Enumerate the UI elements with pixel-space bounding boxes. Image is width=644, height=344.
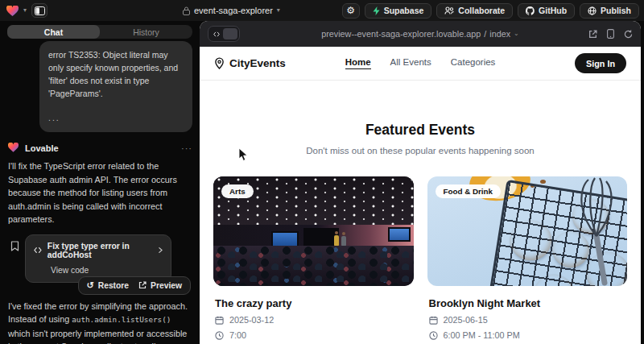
user-message-ellipsis: ...	[48, 111, 184, 124]
user-message-bubble: error TS2353: Object literal may only sp…	[39, 41, 192, 132]
toggle-knob	[223, 28, 237, 39]
event-image-cookies: Food & Drink	[427, 176, 628, 286]
collaborate-label: Collaborate	[458, 6, 505, 15]
restore-label: Restore	[98, 281, 129, 290]
nav-home[interactable]: Home	[345, 57, 371, 69]
event-time: 6:00 PM - 11:00 PM	[444, 330, 520, 340]
supabase-label: Supabase	[384, 6, 424, 15]
event-image-conference: Arts	[213, 176, 414, 286]
user-message-text: error TS2353: Object literal may only sp…	[48, 48, 184, 100]
code-icon	[210, 31, 220, 38]
supabase-bolt-icon	[373, 6, 380, 15]
event-date: 2025-06-15	[444, 315, 488, 325]
external-link-icon	[588, 30, 597, 39]
refresh-icon	[624, 30, 633, 39]
supabase-button[interactable]: Supabase	[365, 3, 432, 19]
preview-label: Preview	[151, 281, 182, 290]
assistant-header: Lovable ···	[8, 143, 192, 153]
lovable-avatar-icon	[8, 143, 20, 153]
code-icon	[34, 247, 42, 254]
assistant-intro-text: I'll fix the TypeScript error related to…	[8, 160, 192, 226]
event-title: The crazy party	[215, 297, 412, 309]
code-fix-row: Fix type type error in addCoHost View co…	[10, 234, 192, 283]
panel-left-icon	[35, 6, 45, 15]
open-preview-icon	[138, 281, 147, 289]
calendar-icon	[429, 316, 438, 325]
preview-button[interactable]: Preview	[138, 281, 182, 290]
publish-button[interactable]: Publish	[580, 3, 639, 19]
tab-chat[interactable]: Chat	[7, 25, 100, 39]
site-header: CityEvents Home All Events Categories Si…	[200, 47, 641, 81]
category-badge: Arts	[221, 184, 254, 198]
scene-cookie	[506, 218, 554, 264]
globe-icon	[588, 6, 597, 15]
site-brand[interactable]: CityEvents	[214, 57, 286, 69]
preview-url-bar: preview--event-saga-explorer.lovable.app…	[200, 21, 641, 47]
tab-history[interactable]: History	[100, 25, 192, 39]
clock-icon	[215, 331, 224, 340]
code-view-toggle[interactable]	[208, 26, 240, 42]
github-label: GitHub	[539, 6, 567, 15]
url-chevron-icon: ⌄	[514, 31, 519, 37]
event-time-row: 7:00	[215, 330, 412, 340]
collaborate-button[interactable]: Collaborate	[436, 3, 513, 19]
preview-panel: preview--event-saga-explorer.lovable.app…	[200, 21, 641, 344]
smartphone-icon	[607, 29, 614, 39]
open-in-new-tab-button[interactable]	[588, 30, 597, 39]
map-pin-icon	[214, 57, 225, 69]
category-badge: Food & Drink	[436, 184, 502, 198]
event-card-crazy-party[interactable]: Arts The crazy party 2025-03-12	[213, 176, 414, 344]
preview-url-separator: /	[484, 29, 486, 39]
github-button[interactable]: GitHub	[518, 3, 575, 19]
message-actions: ↺ Restore Preview	[78, 276, 192, 295]
bookmark-icon[interactable]	[10, 241, 19, 251]
view-code-link[interactable]: View code	[51, 266, 163, 275]
scene-crumb	[540, 180, 546, 184]
lovable-logo-icon[interactable]	[6, 6, 19, 16]
clock-icon	[429, 331, 438, 340]
gear-icon: ⚙	[346, 5, 355, 16]
restore-icon: ↺	[87, 280, 94, 291]
nav-categories[interactable]: Categories	[451, 57, 496, 69]
logo-menu-chevron-icon[interactable]: ▾	[23, 7, 27, 14]
site-brand-label: CityEvents	[229, 57, 286, 69]
refresh-button[interactable]	[624, 30, 633, 39]
code-fix-title: Fix type type error in addCoHost	[47, 242, 153, 259]
event-time-row: 6:00 PM - 11:00 PM	[429, 330, 626, 340]
sign-in-button[interactable]: Sign In	[575, 53, 626, 73]
project-name-selector[interactable]: event-saga-explorer ▾	[183, 0, 280, 21]
preview-chrome-bar: preview--event-saga-explorer.lovable.app…	[200, 21, 641, 47]
top-bar: ▾ event-saga-explorer ▾ ⚙ Supaba	[0, 0, 644, 21]
restore-button[interactable]: ↺ Restore	[87, 280, 130, 291]
project-name: event-saga-explorer	[194, 6, 273, 15]
collaborate-people-icon	[444, 6, 454, 15]
code-fix-card[interactable]: Fix type type error in addCoHost View co…	[25, 234, 171, 283]
assistant-name: Lovable	[25, 143, 59, 153]
event-cards: Arts The crazy party 2025-03-12	[200, 155, 641, 344]
chat-sidebar: Chat History error TS2353: Object litera…	[0, 21, 200, 344]
scene-screen-right	[388, 227, 411, 242]
event-date: 2025-03-12	[229, 315, 274, 325]
preview-url-selector[interactable]: preview--event-saga-explorer.lovable.app…	[321, 29, 519, 39]
project-chevron-icon: ▾	[277, 7, 280, 14]
toggle-sidebar-button[interactable]	[31, 3, 47, 18]
event-title: Brooklyn Night Market	[429, 297, 626, 309]
event-card-brooklyn-market[interactable]: Food & Drink Brooklyn Night Market 2025-…	[427, 176, 628, 344]
lock-icon	[183, 6, 190, 15]
settings-button[interactable]: ⚙	[342, 3, 360, 19]
section-title: Featured Events	[200, 122, 641, 139]
event-date-row: 2025-06-15	[429, 315, 626, 325]
message-menu-button[interactable]: ···	[181, 143, 192, 153]
site-content: CityEvents Home All Events Categories Si…	[200, 47, 641, 344]
event-time: 7:00	[229, 330, 246, 340]
scene-audience	[213, 246, 414, 286]
section-subtitle: Don't miss out on these popular events h…	[200, 146, 641, 155]
mobile-view-button[interactable]	[607, 29, 614, 39]
preview-url-host: preview--event-saga-explorer.lovable.app	[321, 29, 481, 39]
assistant-outro-text: I've fixed the error by simplifying the …	[8, 300, 192, 344]
event-date-row: 2025-03-12	[215, 315, 412, 325]
publish-label: Publish	[601, 6, 631, 15]
nav-all-events[interactable]: All Events	[390, 57, 431, 69]
scene-whisk	[568, 176, 624, 286]
calendar-icon	[215, 316, 224, 325]
